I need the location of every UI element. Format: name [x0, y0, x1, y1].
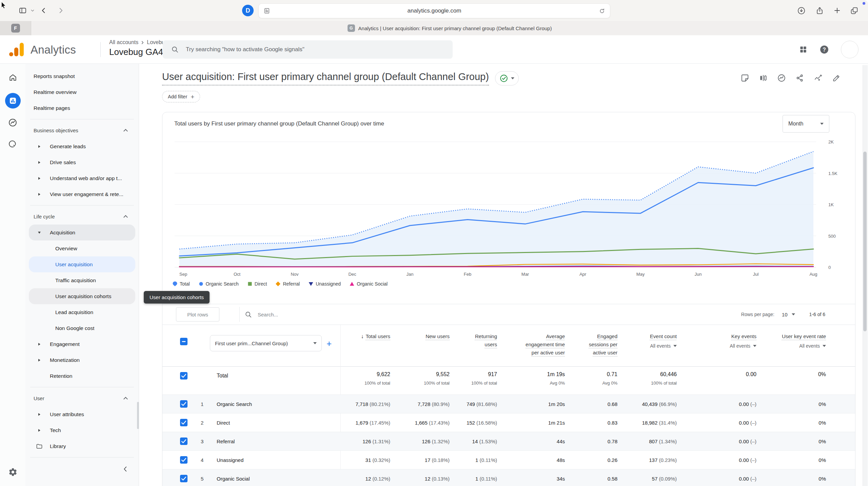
plot-rows-button[interactable]: Plot rows [176, 307, 219, 322]
data-cell: 0.68 [565, 401, 617, 407]
sidebar-item-generate-leads[interactable]: Generate leads [29, 138, 135, 154]
sidebar-item-reports-snapshot[interactable]: Reports snapshot [29, 68, 135, 84]
rows-per-page-select[interactable]: 10 [782, 312, 795, 317]
column-label: Key events [731, 332, 756, 341]
sidebar-item-engagement[interactable]: Engagement [29, 336, 135, 352]
table-row[interactable]: 2Direct1,679 (17.45%)1,665 (17.43%)152 (… [162, 413, 855, 432]
extension-badge[interactable]: D [242, 5, 254, 16]
sidebar-item-user-acquisition-cohorts[interactable]: User acquisition cohorts [29, 288, 135, 304]
reports-icon[interactable] [5, 93, 21, 109]
active-tab[interactable]: G Analytics | User acquisition: First us… [31, 21, 868, 35]
column-header-returning-users[interactable]: Returning users [450, 325, 497, 366]
column-filter-dropdown[interactable]: All events [799, 342, 826, 350]
sidebar-item-non-google-cost[interactable]: Non Google cost [29, 320, 135, 336]
comparison-icon[interactable] [758, 73, 768, 82]
settings-gear-icon[interactable] [5, 464, 21, 480]
table-row[interactable]: 4Unassigned31 (0.32%)17 (0.18%)1 (0.11%)… [162, 450, 855, 469]
sidebar-item-retention[interactable]: Retention [29, 368, 135, 384]
back-button[interactable] [38, 5, 50, 16]
add-dimension-button[interactable]: + [327, 338, 332, 349]
column-header-key-events[interactable]: Key eventsAll events [677, 325, 756, 366]
sidebar-item-drive-sales[interactable]: Drive sales [29, 154, 135, 170]
column-header-user-key-event-rate[interactable]: User key event rateAll events [756, 325, 826, 366]
sidebar-section-header[interactable]: Life cycle [29, 209, 135, 225]
apps-grid-icon[interactable] [799, 45, 808, 54]
pinned-tab[interactable]: F [0, 21, 31, 35]
granularity-select[interactable]: Month [783, 115, 829, 133]
sidebar-item-understand-web-and-or-app-t[interactable]: Understand web and/or app t... [29, 170, 135, 186]
user-avatar[interactable] [841, 41, 859, 58]
sidebar-item-user-attributes[interactable]: User attributes [29, 406, 135, 422]
refresh-icon[interactable] [599, 8, 605, 14]
sidebar-item-monetization[interactable]: Monetization [29, 352, 135, 368]
sidebar-chevron-icon[interactable] [29, 5, 36, 16]
sidebar-item-realtime-overview[interactable]: Realtime overview [29, 84, 135, 100]
row-checkbox[interactable] [180, 419, 201, 426]
column-header-event-count[interactable]: Event countAll events [617, 325, 677, 366]
breadcrumb-root[interactable]: All accounts [109, 39, 138, 45]
data-quality-badge[interactable] [495, 71, 519, 85]
forward-button[interactable] [55, 5, 66, 16]
column-header-engaged-sessions-per-active-user[interactable]: Engaged sessions per active user [565, 325, 617, 366]
sidebar-item-view-user-engagement-rete[interactable]: View user engagement & rete... [29, 186, 135, 202]
column-filter-dropdown[interactable]: All events [730, 342, 756, 350]
sidebar-item-lead-acquisition[interactable]: Lead acquisition [29, 304, 135, 320]
sidebar-collapse-button[interactable] [25, 461, 139, 478]
table-row[interactable]: 5Organic Social12 (0.12%)12 (0.13%)1 (0.… [162, 469, 855, 486]
sidebar-item-acquisition[interactable]: Acquisition [29, 225, 135, 240]
sidebar-item-user-acquisition[interactable]: User acquisition [29, 256, 135, 272]
downloads-button[interactable] [795, 5, 807, 16]
share-button[interactable] [814, 5, 825, 16]
sidebar-section-header[interactable]: User [29, 390, 135, 406]
svg-text:Apr: Apr [579, 272, 587, 277]
url-text[interactable]: analytics.google.com [259, 7, 610, 14]
global-search[interactable]: Try searching "how to activate Google si… [163, 40, 453, 59]
tab-overview-button[interactable] [848, 5, 860, 16]
reader-icon[interactable] [263, 7, 270, 14]
row-checkbox[interactable] [180, 400, 201, 408]
sidebar-section-header[interactable]: Business objectives [29, 122, 135, 138]
sidebar-toggle-icon[interactable] [17, 5, 28, 16]
row-checkbox[interactable] [180, 438, 201, 445]
column-filter-dropdown[interactable]: All events [650, 342, 677, 350]
table-row[interactable]: 3Referral126 (1.31%)126 (1.32%)14 (1.53%… [162, 432, 855, 450]
column-header-average-engagement-time-per-active-user[interactable]: Average engagement time per active user [497, 325, 565, 366]
sidebar-item-library[interactable]: Library [29, 438, 135, 454]
share-icon[interactable] [795, 73, 804, 82]
row-checkbox[interactable] [180, 456, 201, 464]
sidebar-item-overview[interactable]: Overview [29, 240, 135, 256]
table-search[interactable]: Search... [244, 311, 278, 318]
sidebar-item-tech[interactable]: Tech [29, 422, 135, 438]
sidebar-item-realtime-pages[interactable]: Realtime pages [29, 100, 135, 116]
row-checkbox[interactable] [180, 475, 201, 482]
column-header-total-users[interactable]: ↓Total users [339, 325, 390, 366]
edit-pencil-icon[interactable] [832, 73, 841, 82]
add-filter-button[interactable]: Add filter + [162, 91, 200, 102]
home-icon[interactable] [5, 69, 21, 85]
window-scrollbar-thumb[interactable] [863, 152, 867, 331]
property-selector[interactable]: Lovebug GA4 [109, 47, 170, 57]
caret-right-icon [36, 161, 43, 164]
report-card: Total users by First user primary channe… [162, 112, 855, 486]
search-icon [244, 311, 252, 318]
svg-text:500: 500 [828, 234, 836, 239]
insights-circle-icon[interactable] [777, 73, 786, 82]
analytics-logo-icon[interactable] [8, 41, 26, 58]
window-scrollbar[interactable] [863, 65, 868, 486]
new-tab-button[interactable] [831, 5, 843, 16]
advertising-icon[interactable] [5, 136, 21, 152]
dimension-dropdown[interactable]: First user prim...Channel Group) [210, 335, 322, 351]
data-cell: 18,982 (31.4%) [617, 420, 677, 426]
select-all-checkbox[interactable] [180, 338, 188, 345]
note-icon[interactable] [740, 73, 749, 82]
sidebar-item-traffic-acquisition[interactable]: Traffic acquisition [29, 272, 135, 288]
address-bar[interactable]: analytics.google.com [258, 3, 610, 18]
help-icon[interactable]: ? [819, 44, 829, 55]
chevron-down-icon [753, 345, 756, 347]
search-placeholder: Try searching "how to activate Google si… [186, 46, 304, 53]
sparkline-icon[interactable] [813, 73, 823, 82]
row-checkbox[interactable] [180, 372, 201, 380]
column-header-new-users[interactable]: New users [390, 325, 450, 366]
explore-icon[interactable] [5, 115, 21, 131]
table-row[interactable]: 1Organic Search7,718 (80.21%)7,728 (80.9… [162, 394, 855, 413]
